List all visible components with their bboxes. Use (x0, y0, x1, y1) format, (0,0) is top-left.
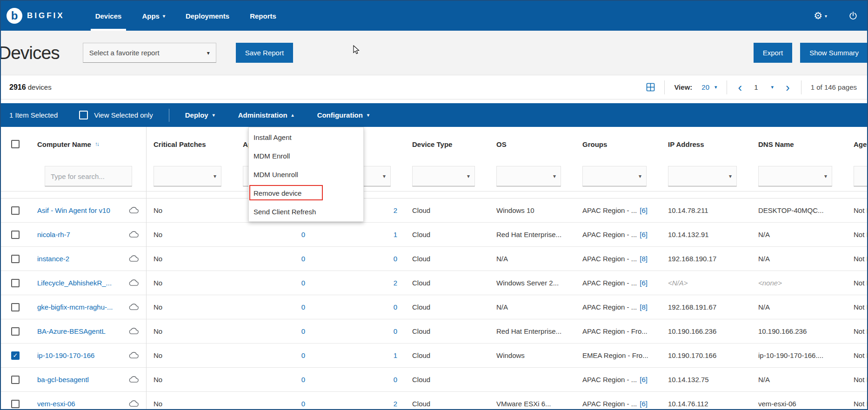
applicable-patches-link[interactable]: 0 (301, 376, 305, 384)
row-checkbox[interactable] (11, 351, 20, 360)
top-navigation-bar: b BIGFIX DevicesApps▾DeploymentsReports … (1, 1, 867, 31)
row-checkbox[interactable] (11, 279, 20, 287)
menu-item-send-client-refresh[interactable]: Send Client Refresh (249, 202, 363, 221)
nav-item-deployments[interactable]: Deployments (175, 1, 240, 31)
select-all-cell (1, 140, 30, 148)
group-count-link[interactable]: [6] (640, 231, 648, 238)
deployments-link[interactable]: 1 (394, 231, 397, 238)
next-page-button[interactable]: › (784, 81, 792, 93)
selection-action-bar: 1 Item Selected View Selected only Deplo… (1, 103, 867, 127)
chevron-down-icon: ▾ (207, 50, 210, 56)
action-menu-label: Configuration (317, 111, 363, 119)
dns-name-cell: vem-esxi-06 (751, 400, 846, 408)
deployments-link[interactable]: 2 (394, 206, 397, 214)
filter-dropdown-ip-address[interactable]: ▾ (668, 166, 737, 186)
device-name-link[interactable]: ip-10-190-170-166 (37, 351, 94, 359)
nav-item-reports[interactable]: Reports (240, 1, 287, 31)
action-menu-configuration[interactable]: Configuration▾ (317, 111, 369, 119)
group-count-link[interactable]: [8] (640, 303, 648, 311)
filter-cell: ▾ (405, 166, 489, 186)
device-count-number: 2916 (9, 83, 26, 91)
action-menu-deploy[interactable]: Deploy▾ (185, 111, 215, 119)
select-all-checkbox[interactable] (11, 140, 20, 148)
group-count-link[interactable]: [6] (640, 279, 648, 287)
device-name-link[interactable]: ba-gcl-besagentl (37, 376, 89, 384)
chevron-down-icon: ▾ (714, 84, 717, 90)
filter-cell: ▾ (489, 166, 575, 186)
group-count-link[interactable]: [8] (640, 255, 648, 263)
show-summary-button[interactable]: Show Summary (800, 43, 868, 63)
chevron-down-icon: ▾ (553, 173, 556, 179)
nav-item-devices[interactable]: Devices (85, 1, 132, 31)
summary-grid-icon[interactable] (646, 83, 655, 92)
nav-item-apps[interactable]: Apps▾ (132, 1, 175, 31)
settings-gear-icon[interactable]: ⚙▾ (814, 10, 827, 21)
save-report-button[interactable]: Save Report (236, 43, 293, 63)
applicable-patches-cell: 0 (235, 351, 313, 359)
device-name-link[interactable]: Lifecycle_AbhishekR_... (37, 279, 112, 287)
group-count-link[interactable]: [6] (640, 206, 648, 214)
deployments-link[interactable]: 0 (394, 255, 397, 263)
page-number-select[interactable]: 1 ▾ (754, 83, 774, 91)
favorite-report-select[interactable]: Select a favorite report ▾ (83, 43, 216, 63)
filter-dropdown-os[interactable]: ▾ (496, 166, 561, 186)
device-name-link[interactable]: Asif - Win Agent for v10 (37, 206, 110, 214)
sort-icon[interactable]: ↑↓ (95, 141, 99, 147)
critical-patches-cell: No (146, 400, 235, 408)
device-name-link[interactable]: gke-bigfix-mcm-raghu-... (37, 303, 113, 311)
device-name-link[interactable]: instance-2 (37, 255, 69, 263)
bigfix-brand[interactable]: b BIGFIX (7, 8, 65, 24)
filter-dropdown-device-type[interactable]: ▾ (412, 166, 475, 186)
filter-dropdown-dns-name[interactable]: ▾ (758, 166, 832, 186)
menu-item-mdm-unenroll[interactable]: MDM Unenroll (249, 165, 363, 184)
view-selected-only-label: View Selected only (94, 111, 153, 119)
applicable-patches-link[interactable]: 0 (301, 255, 305, 263)
items-selected-text: 1 Item Selected (9, 111, 58, 119)
device-name-link[interactable]: vem-esxi-06 (37, 400, 75, 408)
applicable-patches-cell: 0 (235, 255, 313, 263)
group-count-link[interactable]: [6] (640, 376, 648, 384)
table-row: BA-Azure-BESAgentLNo00CloudRed Hat Enter… (1, 319, 867, 344)
deployments-link[interactable]: 0 (394, 376, 397, 384)
row-checkbox[interactable] (11, 231, 20, 239)
applicable-patches-link[interactable]: 0 (301, 231, 305, 238)
device-type-cell: Cloud (405, 400, 489, 408)
power-logout-icon[interactable] (848, 11, 858, 20)
filter-dropdown-agent-status[interactable]: ▾ (854, 166, 868, 186)
row-checkbox[interactable] (11, 327, 20, 336)
view-selected-only-checkbox[interactable]: View Selected only (79, 111, 153, 119)
deployments-link[interactable]: 0 (394, 303, 397, 311)
deployments-link[interactable]: 1 (394, 351, 397, 359)
device-type-cell: Cloud (405, 279, 489, 287)
group-count-link[interactable]: [6] (640, 400, 648, 408)
page-size-select[interactable]: 20 ▾ (701, 83, 717, 91)
applicable-patches-cell: 0 (235, 303, 313, 311)
export-button[interactable]: Export (754, 43, 792, 63)
table-scroll-band[interactable] (1, 192, 867, 198)
ip-address-cell: 10.14.132.91 (661, 231, 751, 238)
filter-dropdown-critical-patches[interactable]: ▾ (154, 166, 221, 186)
row-checkbox[interactable] (11, 255, 20, 263)
applicable-patches-link[interactable]: 0 (301, 400, 305, 408)
filter-dropdown-groups[interactable]: ▾ (582, 166, 647, 186)
applicable-patches-link[interactable]: 0 (301, 351, 305, 359)
deployments-link[interactable]: 2 (394, 279, 397, 287)
prev-page-button[interactable]: ‹ (736, 81, 744, 93)
row-checkbox[interactable] (11, 376, 20, 384)
device-name-link[interactable]: BA-Azure-BESAgentL (37, 327, 106, 335)
menu-item-install-agent[interactable]: Install Agent (249, 128, 363, 146)
applicable-patches-link[interactable]: 0 (301, 279, 305, 287)
row-checkbox[interactable] (11, 206, 20, 215)
row-checkbox[interactable] (11, 303, 20, 311)
device-name-link[interactable]: nicola-rh-7 (37, 231, 70, 238)
computer-name-search-input[interactable] (45, 166, 132, 186)
deployments-link[interactable]: 2 (394, 400, 397, 408)
applicable-patches-link[interactable]: 0 (301, 303, 305, 311)
cloud-icon (129, 376, 139, 383)
row-checkbox[interactable] (11, 400, 20, 408)
action-menu-administration[interactable]: Administration▴ (238, 111, 294, 119)
applicable-patches-link[interactable]: 0 (301, 327, 305, 335)
menu-item-mdm-enroll[interactable]: MDM Enroll (249, 146, 363, 165)
menu-item-remove-device[interactable]: Remove device (249, 184, 363, 202)
deployments-link[interactable]: 0 (394, 327, 397, 335)
